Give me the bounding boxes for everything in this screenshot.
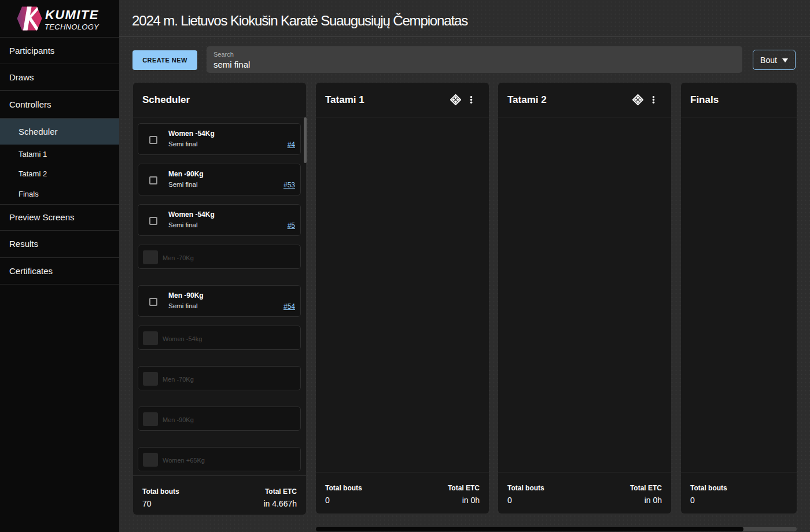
svg-text:KUMITE: KUMITE [45,8,99,22]
svg-text:TECHNOLOGY: TECHNOLOGY [45,23,100,31]
